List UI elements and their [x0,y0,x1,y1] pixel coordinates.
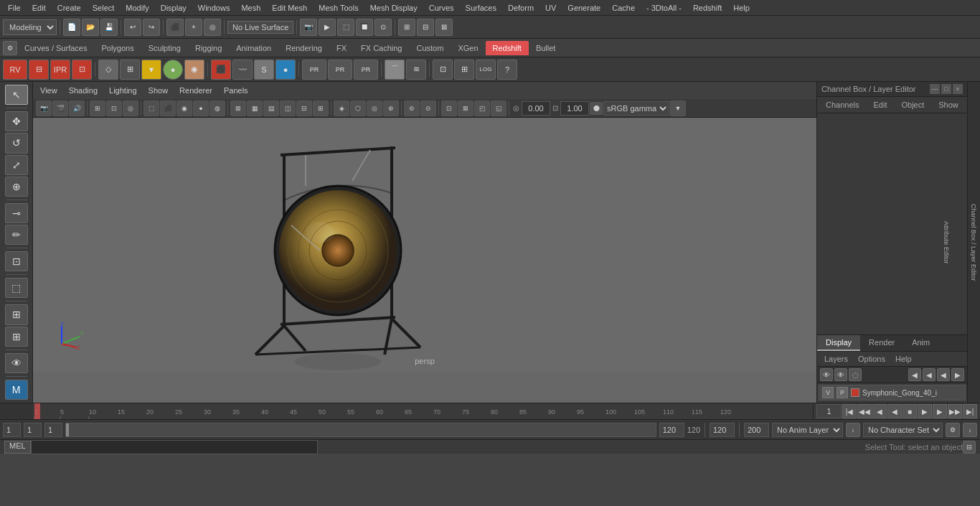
vp-more2[interactable]: ⊠ [458,100,473,116]
vp-lighting[interactable]: Lighting [106,85,140,96]
layer-menu-help[interactable]: Help [891,353,916,365]
field-sub[interactable] [44,423,62,437]
vp-grid-btn[interactable]: ⊞ [90,100,105,116]
layer-row-gong[interactable]: V P Symphonic_Gong_40_i [819,385,966,400]
menu-mesh-tools[interactable]: Mesh Tools [314,2,363,14]
field-start[interactable] [3,423,21,437]
icon-cube[interactable]: ⬛ [211,60,231,80]
menu-windows[interactable]: Windows [193,2,235,14]
icon-diamond[interactable]: ◇ [98,60,118,80]
vp-snap5[interactable]: ⊞ [313,100,329,116]
ch-tab-show[interactable]: Show [933,99,964,111]
tab-custom[interactable]: Custom [410,41,451,55]
vp-isolate[interactable]: ⊠ [230,100,246,116]
vp-sel4[interactable]: ⊛ [383,100,399,116]
vp-view[interactable]: View [37,85,60,96]
icon-snake[interactable]: S [254,60,274,80]
icon-drop[interactable]: ▼ [141,60,161,80]
menu-edit-mesh[interactable]: Edit Mesh [267,2,312,14]
mel-input[interactable] [31,440,318,454]
vp-snap3[interactable]: ◫ [280,100,296,116]
layer-arrow-left3[interactable]: ◀ [937,368,950,381]
next-frame-btn[interactable]: ▶ [933,404,947,418]
layer-arrow-right[interactable]: ▶ [951,368,964,381]
vp-snap1[interactable]: ▦ [247,100,263,116]
graph-btn[interactable]: ⊞ [5,327,28,347]
pr-btn1[interactable]: PR [302,60,326,80]
tab-sculpting[interactable]: Sculpting [141,41,188,55]
window-btn[interactable]: ⊞ [398,19,415,36]
script-editor-btn[interactable]: ⊟ [963,441,976,454]
vp-coord2-input[interactable] [560,101,589,116]
field-playback-start[interactable] [710,423,735,437]
cb-close[interactable]: × [953,84,963,94]
render-region[interactable]: ⬚ [5,278,28,298]
maya-logo[interactable]: M [5,380,28,400]
scale-tool[interactable]: ⤢ [5,155,28,175]
anim-layer-btn1[interactable]: ↓ [846,423,860,437]
vp-wireframe-btn[interactable]: ⊡ [106,100,122,116]
open-scene-btn[interactable]: 📂 [82,19,99,36]
icon-grid[interactable]: ⊞ [120,60,140,80]
pr-btn2[interactable]: PR [328,60,352,80]
script-type-btn[interactable]: MEL [4,441,31,454]
step-fwd-btn[interactable]: ▶▶ [948,404,962,418]
tab-rigging[interactable]: Rigging [188,41,229,55]
play-back-btn[interactable]: ◀ [887,404,902,418]
workspace-dropdown[interactable]: Modeling [3,19,57,35]
icon-red3[interactable]: ⊡ [72,60,92,80]
paint-tool[interactable]: ✏ [5,225,28,245]
time-slider-handle[interactable] [66,423,69,436]
edge-tab-channel-box[interactable]: Channel Box / Layer Editor [967,201,980,284]
icon-sphere[interactable]: ● [163,60,183,80]
vp-shading3[interactable]: ◉ [176,100,192,116]
field-current[interactable] [24,423,42,437]
tab-animation[interactable]: Animation [229,41,278,55]
menu-display[interactable]: Display [156,2,192,14]
vp-renderer[interactable]: Renderer [176,85,215,96]
tab-gear[interactable]: ⚙ [3,41,17,55]
play-fwd-btn[interactable]: ▶ [918,404,932,418]
layer-menu-layers[interactable]: Layers [820,353,852,365]
command-input[interactable] [31,440,859,454]
vp-shading1[interactable]: ⬚ [143,100,159,116]
snap-to-grid[interactable]: ⊡ [5,251,28,271]
outliner-btn[interactable]: ⊞ [5,304,28,324]
vp-color-space-icon[interactable]: ⬤ [590,102,603,115]
char-set-btn2[interactable]: ↓ [963,423,977,437]
save-scene-btn[interactable]: 💾 [100,19,118,36]
menu-mesh[interactable]: Mesh [236,2,265,14]
new-scene-btn[interactable]: 📄 [63,19,80,36]
render-btn[interactable]: ▶ [319,19,336,36]
char-set-btn1[interactable]: ⚙ [946,423,960,437]
layer-vis-all[interactable]: 👁 [820,368,833,381]
dr-tab-display[interactable]: Display [817,335,860,351]
dr-tab-anim[interactable]: Anim [903,335,938,351]
vp-snap4[interactable]: ⊟ [296,100,312,116]
ipr-btn[interactable]: IPR [50,60,70,80]
timeline-ruler[interactable]: // Inline SVG generation would need JS, … [33,403,813,419]
menu-modify[interactable]: Modify [121,2,154,14]
vp-snap2[interactable]: ▤ [263,100,279,116]
ui-icon1[interactable]: ⊡ [433,60,453,80]
menu-mesh-display[interactable]: Mesh Display [365,2,423,14]
vp-sel2[interactable]: ⬡ [350,100,366,116]
vp-audio-btn[interactable]: 🔊 [69,100,85,116]
undo-btn[interactable]: ↩ [124,19,141,36]
soft-select-tool[interactable]: ⊸ [5,203,28,223]
rv-btn[interactable]: RV [3,60,27,80]
universal-tool[interactable]: ⊕ [5,177,28,197]
vp-smooth-btn[interactable]: ◎ [123,100,138,116]
render2-btn[interactable]: ⬚ [337,19,354,36]
select-mode-btn[interactable]: ⬛ [166,19,184,36]
vp-panels[interactable]: Panels [221,85,251,96]
panel-btn[interactable]: ⊟ [417,19,434,36]
move-btn[interactable]: + [185,19,202,36]
vp-more1[interactable]: ⊡ [441,100,457,116]
stop-btn[interactable]: ■ [903,404,917,418]
vp-sel3[interactable]: ◎ [367,100,382,116]
ch-tab-edit[interactable]: Edit [867,99,892,111]
select-tool[interactable]: ↖ [5,85,28,105]
last-frame-btn[interactable]: ▶| [963,404,977,418]
no-anim-layer-select[interactable]: No Anim Layer [772,423,843,437]
